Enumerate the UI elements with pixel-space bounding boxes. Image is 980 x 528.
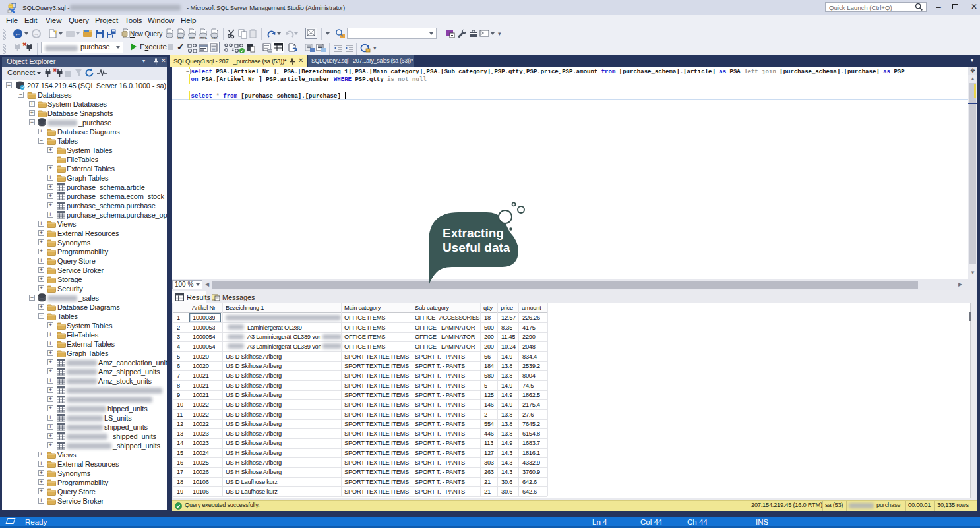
svg-text:MDX: MDX bbox=[177, 36, 184, 40]
svg-text:XMLA: XMLA bbox=[199, 36, 207, 40]
svg-text:DMX: DMX bbox=[189, 36, 195, 40]
svg-text:Extracting: Extracting bbox=[443, 226, 504, 240]
svg-text:DAX: DAX bbox=[212, 36, 218, 40]
svg-text:Useful data: Useful data bbox=[443, 241, 510, 254]
